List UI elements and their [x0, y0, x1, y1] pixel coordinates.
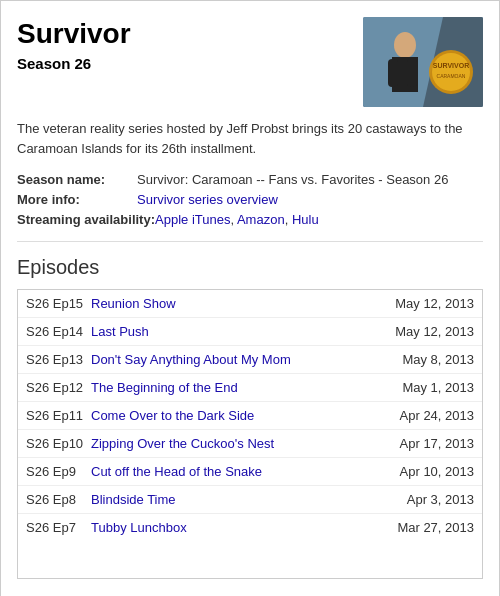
svg-rect-4 — [388, 59, 398, 87]
episode-id: S26 Ep11 — [26, 408, 91, 423]
episode-title-link[interactable]: The Beginning of the End — [91, 380, 384, 395]
season-name-value: Survivor: Caramoan -- Fans vs. Favorites… — [137, 172, 448, 187]
show-image-bg: SURVIVOR CARAMOAN — [363, 17, 483, 107]
episode-title-link[interactable]: Blindside Time — [91, 492, 384, 507]
info-table: Season name: Survivor: Caramoan -- Fans … — [17, 172, 483, 227]
episode-row: S26 Ep7Tubby LunchboxMar 27, 2013 — [18, 514, 482, 541]
header-section: Survivor Season 26 — [17, 17, 483, 107]
streaming-link-amazon[interactable]: Amazon — [237, 212, 285, 227]
episode-id: S26 Ep14 — [26, 324, 91, 339]
episode-title-link[interactable]: Tubby Lunchbox — [91, 520, 384, 535]
episode-date: May 1, 2013 — [384, 380, 474, 395]
episode-row: S26 Ep9Cut off the Head of the SnakeApr … — [18, 458, 482, 486]
episode-title-link[interactable]: Reunion Show — [91, 296, 384, 311]
episode-date: May 12, 2013 — [384, 296, 474, 311]
episodes-scroll[interactable]: S26 Ep15Reunion ShowMay 12, 2013S26 Ep14… — [18, 290, 482, 578]
episode-date: Apr 17, 2013 — [384, 436, 474, 451]
season-label: Season 26 — [17, 55, 131, 72]
streaming-row: Streaming availability: Apple iTunes, Am… — [17, 212, 483, 227]
show-title: Survivor — [17, 17, 131, 51]
episode-date: Apr 10, 2013 — [384, 464, 474, 479]
title-block: Survivor Season 26 — [17, 17, 131, 72]
episode-date: May 8, 2013 — [384, 352, 474, 367]
episode-id: S26 Ep8 — [26, 492, 91, 507]
more-info-link[interactable]: Survivor series overview — [137, 192, 278, 207]
season-name-row: Season name: Survivor: Caramoan -- Fans … — [17, 172, 483, 187]
divider — [17, 241, 483, 242]
streaming-links: Apple iTunes, Amazon, Hulu — [155, 212, 319, 227]
episode-row: S26 Ep14Last PushMay 12, 2013 — [18, 318, 482, 346]
more-info-row: More info: Survivor series overview — [17, 192, 483, 207]
main-container: Survivor Season 26 — [1, 1, 499, 596]
svg-text:SURVIVOR: SURVIVOR — [433, 62, 469, 69]
episode-date: Mar 27, 2013 — [384, 520, 474, 535]
episodes-container[interactable]: S26 Ep15Reunion ShowMay 12, 2013S26 Ep14… — [17, 289, 483, 579]
episode-date: Apr 3, 2013 — [384, 492, 474, 507]
episode-date: May 12, 2013 — [384, 324, 474, 339]
streaming-link-apple[interactable]: Apple iTunes — [155, 212, 230, 227]
episode-title-link[interactable]: Cut off the Head of the Snake — [91, 464, 384, 479]
streaming-label: Streaming availability: — [17, 212, 155, 227]
show-image: SURVIVOR CARAMOAN — [363, 17, 483, 107]
episode-row: S26 Ep11Come Over to the Dark SideApr 24… — [18, 402, 482, 430]
episode-date: Apr 24, 2013 — [384, 408, 474, 423]
episode-id: S26 Ep12 — [26, 380, 91, 395]
episode-id: S26 Ep9 — [26, 464, 91, 479]
svg-text:CARAMOAN: CARAMOAN — [437, 73, 466, 79]
show-image-svg: SURVIVOR CARAMOAN — [363, 17, 483, 107]
episode-title-link[interactable]: Don't Say Anything About My Mom — [91, 352, 384, 367]
episode-title-link[interactable]: Last Push — [91, 324, 384, 339]
episode-row: S26 Ep8Blindside TimeApr 3, 2013 — [18, 486, 482, 514]
streaming-link-hulu[interactable]: Hulu — [292, 212, 319, 227]
episode-id: S26 Ep7 — [26, 520, 91, 535]
svg-point-2 — [394, 32, 416, 58]
episode-row: S26 Ep12The Beginning of the EndMay 1, 2… — [18, 374, 482, 402]
episode-id: S26 Ep10 — [26, 436, 91, 451]
svg-point-7 — [432, 53, 470, 91]
episode-row: S26 Ep10Zipping Over the Cuckoo's NestAp… — [18, 430, 482, 458]
episode-id: S26 Ep15 — [26, 296, 91, 311]
episode-row: S26 Ep13Don't Say Anything About My MomM… — [18, 346, 482, 374]
svg-rect-5 — [407, 59, 417, 87]
episodes-heading: Episodes — [17, 256, 483, 279]
more-info-label: More info: — [17, 192, 137, 207]
episode-id: S26 Ep13 — [26, 352, 91, 367]
description-text: The veteran reality series hosted by Jef… — [17, 119, 483, 158]
season-name-label: Season name: — [17, 172, 137, 187]
episode-title-link[interactable]: Zipping Over the Cuckoo's Nest — [91, 436, 384, 451]
episode-row: S26 Ep15Reunion ShowMay 12, 2013 — [18, 290, 482, 318]
episode-title-link[interactable]: Come Over to the Dark Side — [91, 408, 384, 423]
